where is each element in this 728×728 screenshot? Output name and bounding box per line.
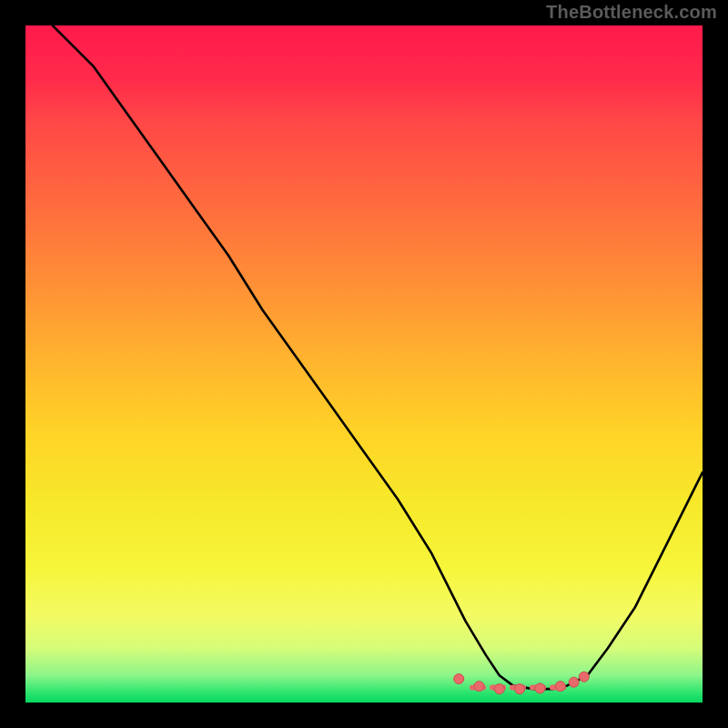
watermark-text: TheBottleneck.com — [546, 2, 717, 23]
plot-area — [25, 25, 703, 703]
marker-dot — [454, 674, 464, 684]
marker-dot — [474, 682, 484, 692]
optimal-range-dots — [454, 672, 590, 693]
marker-dot — [535, 683, 545, 693]
marker-dot — [569, 677, 579, 687]
marker-dot — [494, 684, 504, 694]
marker-dot — [515, 684, 525, 694]
marker-dot — [579, 672, 589, 682]
curve-overlay — [25, 25, 703, 703]
marker-dot — [555, 682, 565, 692]
bottleneck-curve — [53, 25, 703, 689]
chart-container: TheBottleneck.com — [0, 0, 728, 728]
